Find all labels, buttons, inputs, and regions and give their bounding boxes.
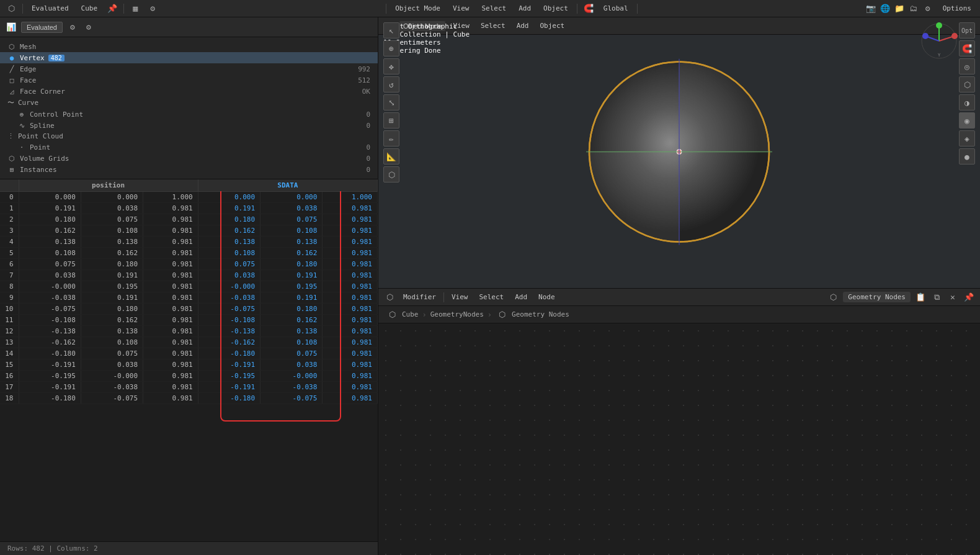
snap-icon[interactable]: 🧲	[582, 2, 595, 15]
sdata-cell: 0.981	[323, 359, 378, 371]
sdata-cell: 0.981	[323, 203, 378, 214]
top-bar: ⬡ Evaluated Cube 📌 ▦ ⚙ Object Mode View …	[0, 0, 980, 17]
object-name[interactable]: Cube	[78, 3, 102, 14]
rotate-tool[interactable]: ↺	[383, 76, 399, 92]
row-index: 3	[0, 225, 19, 237]
table-row: 14-0.1800.0750.981-0.1800.0750.981	[0, 348, 378, 359]
render-mode-render[interactable]: ●	[959, 148, 975, 165]
view-menu[interactable]: View	[449, 3, 473, 14]
scene2-icon[interactable]: ⚙	[922, 2, 934, 15]
add-cube-tool[interactable]: ⬡	[383, 166, 399, 183]
output-icon[interactable]: 📁	[893, 2, 906, 15]
mesh-type-vertex[interactable]: ● Vertex 482	[0, 52, 378, 63]
select-tool[interactable]: ↖	[383, 22, 399, 38]
position-cell: -0.138	[19, 326, 81, 337]
mode-button[interactable]: Evaluated	[21, 22, 63, 33]
blender-icon[interactable]: ⬡	[5, 2, 17, 15]
vp-add-btn[interactable]: Add	[513, 20, 533, 31]
mesh-type-point[interactable]: · Point 0	[0, 142, 378, 153]
position-cell: 0.981	[143, 281, 198, 292]
position-cell: 0.038	[81, 359, 143, 371]
modifier-menu[interactable]: Modifier	[399, 292, 440, 302]
mesh-type-edge[interactable]: ╱ Edge 992	[0, 63, 378, 74]
node-editor: ⬡ Modifier View Select Add Node ⬡ Geomet…	[378, 288, 980, 555]
bc-cube[interactable]: Cube	[402, 310, 419, 318]
sdata-cell: 0.981	[323, 259, 378, 270]
select-menu[interactable]: Select	[478, 3, 510, 14]
filter-spread2-icon[interactable]: ⚙	[82, 21, 95, 34]
scale-tool[interactable]: ⤡	[383, 94, 399, 111]
xray-btn[interactable]: ◑	[959, 94, 975, 111]
mesh-type-control-point[interactable]: ⊕ Control Point 0	[0, 109, 378, 120]
table-row: 40.1380.1380.9810.1380.1380.981	[0, 237, 378, 248]
annotate-tool[interactable]: ✏	[383, 130, 399, 147]
cursor-tool[interactable]: ⊕	[383, 40, 399, 56]
position-cell: -0.000	[19, 281, 81, 292]
sdata-cell: 0.981	[323, 348, 378, 359]
sdata-cell: 0.981	[323, 281, 378, 292]
node-select-menu[interactable]: Select	[475, 292, 507, 302]
viewport-gizmo[interactable]: Y	[920, 22, 958, 60]
render-mode-material[interactable]: ◈	[959, 130, 975, 147]
render-icon[interactable]: 📷	[865, 2, 877, 15]
main-area: 📊 Evaluated ⚙ ⚙ ⬡ Mesh ● Vertex 482 ╱ Ed…	[0, 17, 980, 555]
bc-geometry-nodes[interactable]: GeometryNodes	[430, 310, 484, 318]
position-cell: 0.981	[143, 337, 198, 348]
add-menu[interactable]: Add	[515, 3, 535, 14]
node-editor-icon[interactable]: ⬡	[383, 291, 396, 304]
position-cell: -0.108	[19, 315, 81, 326]
mesh-type-point-cloud[interactable]: ⋮ Point Cloud	[0, 131, 378, 142]
svg-rect-5	[589, 152, 679, 242]
vp-object-btn[interactable]: Object	[537, 20, 569, 31]
view-layer-icon[interactable]: 🗂	[907, 2, 920, 15]
table-scroll[interactable]: position SDATA 00.0000.0001.0000.0000.00…	[0, 179, 378, 541]
move-tool[interactable]: ✥	[383, 58, 399, 74]
proportional-btn[interactable]: ◎	[959, 58, 975, 74]
viewport-mode-btn[interactable]: Object Mode	[391, 3, 444, 14]
node-add-menu[interactable]: Add	[511, 292, 531, 302]
transform-select[interactable]: Global	[600, 3, 632, 14]
mesh-type-spline[interactable]: ∿ Spline 0	[0, 120, 378, 131]
mesh-type-mesh[interactable]: ⬡ Mesh	[0, 41, 378, 52]
connections-svg	[378, 323, 980, 555]
viewport[interactable]: 🖥 Object Mode View Select Add Object Rig…	[378, 17, 980, 288]
node-view-menu[interactable]: View	[448, 292, 472, 302]
snap-btn[interactable]: 🧲	[959, 40, 975, 56]
mesh-type-face-corner[interactable]: ◿ Face Corner OK	[0, 86, 378, 97]
filter2-icon[interactable]: ⚙	[146, 2, 159, 15]
options-btn-vp[interactable]: Opt	[959, 22, 975, 38]
node-node-menu[interactable]: Node	[535, 292, 559, 302]
measure-tool[interactable]: 📐	[383, 148, 399, 165]
position-cell: 0.180	[81, 304, 143, 315]
node-type-icon[interactable]: ⬡	[827, 291, 839, 304]
node-snap-icon[interactable]: 📌	[963, 291, 975, 304]
overlay-btn[interactable]: ⬡	[959, 76, 975, 92]
node-close-icon[interactable]: ✕	[947, 291, 959, 304]
render-mode-solid[interactable]: ◉	[959, 112, 975, 129]
object-menu[interactable]: Object	[540, 3, 572, 14]
mesh-type-curve[interactable]: 〜 Curve	[0, 97, 378, 109]
mesh-type-instances[interactable]: ⊞ Instances 0	[0, 164, 378, 175]
table-row: 00.0000.0001.0000.0000.0001.000	[0, 192, 378, 203]
filter-spread-icon[interactable]: ⚙	[66, 21, 79, 34]
col-position: position	[19, 179, 198, 192]
node-pin-icon[interactable]: 📋	[914, 291, 927, 304]
sdata-cell: 0.191	[261, 270, 323, 281]
mesh-type-face[interactable]: □ Face 512	[0, 74, 378, 86]
options-btn[interactable]: Options	[939, 3, 975, 14]
bc-geometry-nodes2[interactable]: Geometry Nodes	[512, 310, 569, 318]
node-canvas[interactable]: ▾ UV Sphere Mesh UV Map	[378, 323, 980, 555]
transform-tool[interactable]: ⊞	[383, 112, 399, 129]
vp-select-btn[interactable]: Select	[477, 20, 509, 31]
filter-icon[interactable]: ▦	[129, 2, 141, 15]
sdata-cell: 0.138	[198, 237, 260, 248]
volume-icon: ⬡	[7, 154, 16, 163]
pin-icon[interactable]: 📌	[106, 2, 118, 15]
sdata-cell: -0.195	[198, 371, 260, 382]
sdata-cell: 0.981	[323, 393, 378, 404]
node-copy-icon[interactable]: ⧉	[930, 291, 943, 304]
mesh-type-volume[interactable]: ⬡ Volume Grids 0	[0, 153, 378, 164]
mode-select[interactable]: Evaluated	[28, 3, 73, 14]
spreadsheet-icon[interactable]: 📊	[5, 21, 17, 34]
scene-icon[interactable]: 🌐	[879, 2, 891, 15]
